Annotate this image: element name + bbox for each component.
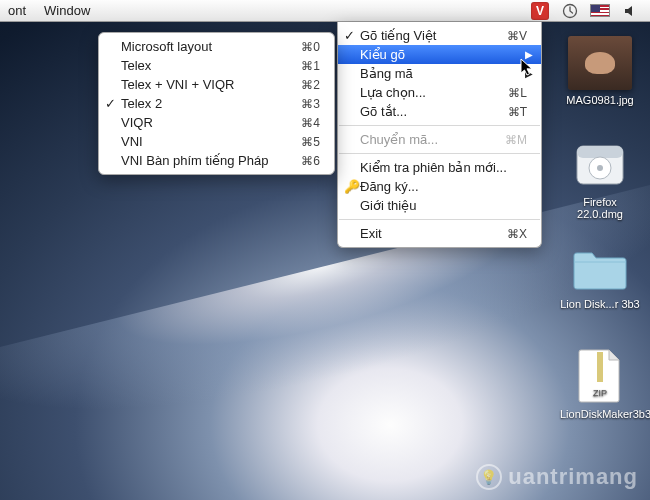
menu-separator (339, 153, 540, 154)
chevron-right-icon: ▶ (525, 68, 533, 79)
desktop-icon-label: LionDiskMaker3b3.zip (560, 408, 640, 420)
menu-item-exit[interactable]: Exit ⌘X (338, 224, 541, 243)
menu-item-kieu-go[interactable]: Kiểu gõ ▶ (338, 45, 541, 64)
dmg-icon (573, 138, 627, 192)
watermark: 💡 uantrimang (476, 464, 638, 490)
app-menu: ✓ Gõ tiếng Việt ⌘V Kiểu gõ ▶ Bảng mã ▶ L… (337, 22, 542, 248)
submenu-item[interactable]: VIQR ⌘4 (99, 113, 334, 132)
volume-icon[interactable] (620, 3, 640, 19)
check-icon: ✓ (105, 96, 116, 111)
input-source-flag[interactable] (590, 3, 610, 19)
desktop-icon-photo[interactable]: MAG0981.jpg (560, 36, 640, 106)
app-status-icon[interactable]: V (530, 3, 550, 19)
key-icon: 🔑 (344, 179, 360, 194)
menu-item-go-tieng-viet[interactable]: ✓ Gõ tiếng Việt ⌘V (338, 26, 541, 45)
submenu-item[interactable]: VNI ⌘5 (99, 132, 334, 151)
svg-text:ZIP: ZIP (593, 388, 607, 398)
desktop-icon-folder[interactable]: Lion Disk...r 3b3 (560, 246, 640, 310)
menu-separator (339, 219, 540, 220)
svg-point-4 (597, 165, 603, 171)
image-thumb-icon (568, 36, 632, 90)
v-icon: V (531, 2, 549, 20)
menubar: ont Window V (0, 0, 650, 22)
lightbulb-icon: 💡 (476, 464, 502, 490)
submenu-item[interactable]: ✓ Telex 2 ⌘3 (99, 94, 334, 113)
submenu-item[interactable]: VNI Bàn phím tiếng Pháp ⌘6 (99, 151, 334, 170)
wallpaper-galaxy (0, 146, 650, 500)
menu-item-go-tat[interactable]: Gõ tắt... ⌘T (338, 102, 541, 121)
menubar-item[interactable]: Window (44, 3, 90, 18)
menu-item-dang-ky[interactable]: 🔑 Đăng ký... (338, 177, 541, 196)
us-flag-icon (590, 4, 610, 17)
desktop-icon-label: Firefox 22.0.dmg (560, 196, 640, 220)
submenu-kieu-go: Microsoft layout ⌘0 Telex ⌘1 Telex + VNI… (98, 32, 335, 175)
svg-rect-2 (577, 146, 623, 158)
menu-item-chuyen-ma: Chuyển mã... ⌘M (338, 130, 541, 149)
submenu-item[interactable]: Telex + VNI + VIQR ⌘2 (99, 75, 334, 94)
menubar-item[interactable]: ont (8, 3, 26, 18)
svg-rect-5 (597, 352, 603, 382)
watermark-text: uantrimang (508, 464, 638, 490)
desktop-icon-zip[interactable]: ZIP LionDiskMaker3b3.zip (560, 348, 640, 420)
desktop-icon-label: Lion Disk...r 3b3 (560, 298, 640, 310)
desktop-icon-label: MAG0981.jpg (560, 94, 640, 106)
zip-icon: ZIP (577, 348, 623, 404)
desktop-icon-dmg[interactable]: Firefox 22.0.dmg (560, 138, 640, 220)
timemachine-icon[interactable] (560, 3, 580, 19)
folder-icon (570, 246, 630, 292)
check-icon: ✓ (344, 28, 355, 43)
menu-item-kiem-tra[interactable]: Kiểm tra phiên bản mới... (338, 158, 541, 177)
menu-item-bang-ma[interactable]: Bảng mã ▶ (338, 64, 541, 83)
menu-item-gioi-thieu[interactable]: Giới thiệu (338, 196, 541, 215)
submenu-item[interactable]: Microsoft layout ⌘0 (99, 37, 334, 56)
menu-item-lua-chon[interactable]: Lựa chọn... ⌘L (338, 83, 541, 102)
menu-separator (339, 125, 540, 126)
submenu-item[interactable]: Telex ⌘1 (99, 56, 334, 75)
chevron-right-icon: ▶ (525, 49, 533, 60)
